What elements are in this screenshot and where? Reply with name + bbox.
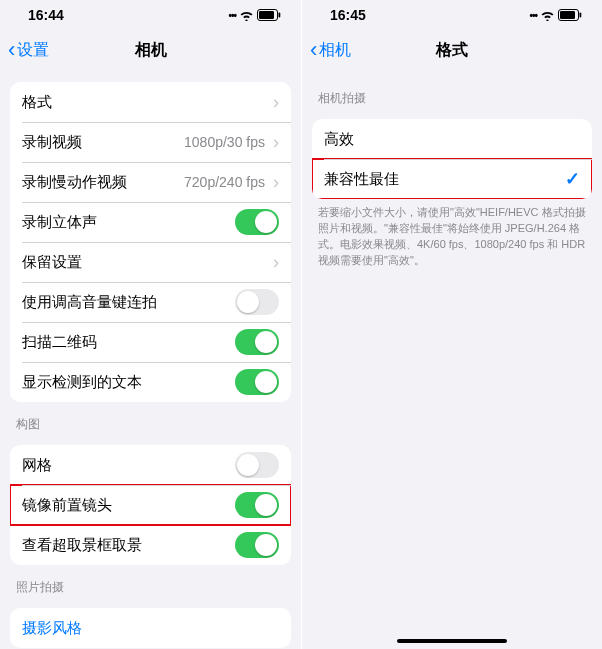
- row-grid[interactable]: 网格: [10, 445, 291, 485]
- back-button[interactable]: ‹ 相机: [310, 39, 351, 61]
- status-bar: 16:45 •••: [302, 0, 602, 30]
- footer-format: 若要缩小文件大小，请使用"高效"HEIF/HEVC 格式拍摄照片和视频。"兼容性…: [302, 199, 602, 269]
- content: 格式 › 录制视频 1080p/30 fps › 录制慢动作视频 720p/24…: [0, 70, 301, 649]
- svg-rect-4: [560, 11, 575, 19]
- toggle-live-text[interactable]: [235, 369, 279, 395]
- row-high-efficiency[interactable]: 高效: [312, 119, 592, 159]
- wifi-icon: [540, 10, 555, 21]
- chevron-right-icon: ›: [273, 173, 279, 191]
- toggle-stereo[interactable]: [235, 209, 279, 235]
- status-bar: 16:44 •••: [0, 0, 301, 30]
- section-header-camera-capture: 相机拍摄: [302, 76, 602, 113]
- chevron-right-icon: ›: [273, 133, 279, 151]
- row-photographic-styles[interactable]: 摄影风格: [10, 608, 291, 648]
- status-time: 16:45: [330, 7, 366, 23]
- row-stereo[interactable]: 录制立体声: [10, 202, 291, 242]
- battery-icon: [558, 9, 582, 21]
- chevron-left-icon: ‹: [8, 39, 15, 61]
- camera-settings-screen: 16:44 ••• ‹ 设置 相机 格式 › 录制视频 1080p/30 fps: [0, 0, 301, 649]
- status-right: •••: [529, 9, 582, 21]
- chevron-right-icon: ›: [273, 93, 279, 111]
- row-volume-burst[interactable]: 使用调高音量键连拍: [10, 282, 291, 322]
- settings-group-1: 格式 › 录制视频 1080p/30 fps › 录制慢动作视频 720p/24…: [10, 82, 291, 402]
- status-time: 16:44: [28, 7, 64, 23]
- row-view-outside-frame[interactable]: 查看超取景框取景: [10, 525, 291, 565]
- svg-rect-5: [580, 13, 582, 18]
- row-record-video[interactable]: 录制视频 1080p/30 fps ›: [10, 122, 291, 162]
- checkmark-icon: ✓: [565, 168, 580, 190]
- toggle-volume-burst[interactable]: [235, 289, 279, 315]
- back-label: 设置: [17, 40, 49, 61]
- formats-screen: 16:45 ••• ‹ 相机 格式 相机拍摄 高效 兼容性最佳 ✓: [301, 0, 602, 649]
- settings-group-photo-capture: 摄影风格: [10, 608, 291, 648]
- cellular-icon: •••: [529, 10, 537, 21]
- row-mirror-front[interactable]: 镜像前置镜头: [10, 485, 291, 525]
- home-indicator[interactable]: [397, 639, 507, 643]
- row-scan-qr[interactable]: 扫描二维码: [10, 322, 291, 362]
- back-button[interactable]: ‹ 设置: [8, 39, 49, 61]
- toggle-mirror-front[interactable]: [235, 492, 279, 518]
- cellular-icon: •••: [228, 10, 236, 21]
- toggle-scan-qr[interactable]: [235, 329, 279, 355]
- chevron-right-icon: ›: [273, 253, 279, 271]
- toggle-grid[interactable]: [235, 452, 279, 478]
- settings-group-composition: 网格 镜像前置镜头 查看超取景框取景: [10, 445, 291, 565]
- status-right: •••: [228, 9, 281, 21]
- row-live-text[interactable]: 显示检测到的文本: [10, 362, 291, 402]
- svg-rect-1: [259, 11, 274, 19]
- nav-bar: ‹ 相机 格式: [302, 30, 602, 70]
- content: 相机拍摄 高效 兼容性最佳 ✓ 若要缩小文件大小，请使用"高效"HEIF/HEV…: [302, 70, 602, 649]
- svg-rect-2: [279, 13, 281, 18]
- wifi-icon: [239, 10, 254, 21]
- row-record-slomo[interactable]: 录制慢动作视频 720p/240 fps ›: [10, 162, 291, 202]
- format-group: 高效 兼容性最佳 ✓: [312, 119, 592, 199]
- nav-bar: ‹ 设置 相机: [0, 30, 301, 70]
- section-header-composition: 构图: [0, 402, 301, 439]
- row-most-compatible[interactable]: 兼容性最佳 ✓: [312, 159, 592, 199]
- row-formats[interactable]: 格式 ›: [10, 82, 291, 122]
- section-header-photo-capture: 照片拍摄: [0, 565, 301, 602]
- chevron-left-icon: ‹: [310, 39, 317, 61]
- row-preserve-settings[interactable]: 保留设置 ›: [10, 242, 291, 282]
- toggle-view-outside-frame[interactable]: [235, 532, 279, 558]
- battery-icon: [257, 9, 281, 21]
- back-label: 相机: [319, 40, 351, 61]
